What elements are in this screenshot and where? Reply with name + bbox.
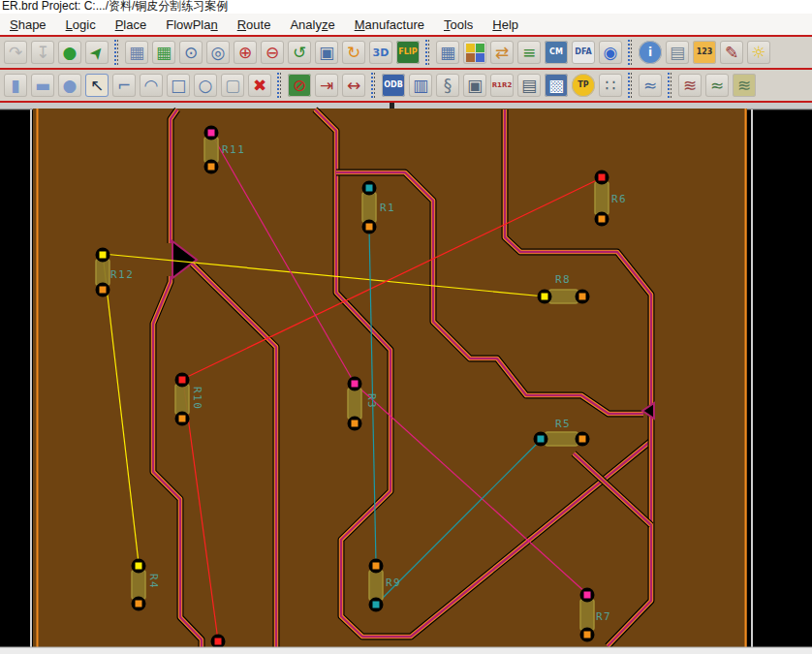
waive-icon[interactable]: ☼: [747, 41, 770, 64]
menu-item-shape[interactable]: Shape: [0, 16, 56, 34]
component-body-R9[interactable]: [369, 571, 383, 600]
pin-icon[interactable]: ➤: [85, 41, 109, 64]
report-icon[interactable]: ▤: [517, 74, 541, 97]
layers-icon[interactable]: ≡: [517, 41, 541, 64]
design-canvas[interactable]: R11R12R1R6R8R10R3R5R9R4R7: [0, 103, 812, 654]
dfa-table-icon[interactable]: DFA: [572, 41, 595, 64]
delete-icon[interactable]: ✖: [248, 74, 271, 97]
pad-center-pink[interactable]: [352, 381, 359, 388]
shape-arc-icon[interactable]: ◠: [140, 74, 163, 97]
pad-center-yellow[interactable]: [136, 563, 142, 570]
zoom-out-icon[interactable]: ⊖: [261, 41, 284, 64]
rename-refdes-icon[interactable]: R1R2: [490, 74, 514, 97]
zoom-in-icon[interactable]: ⊕: [234, 41, 257, 64]
shape-rect-icon[interactable]: □: [167, 74, 190, 97]
pad-center-red[interactable]: [215, 638, 222, 645]
pad-center-red[interactable]: [599, 174, 606, 181]
shape-rect-filled-icon[interactable]: ▬: [31, 74, 54, 97]
component-body-R5[interactable]: [546, 432, 578, 446]
zoom-fit-icon[interactable]: ◎: [206, 41, 230, 64]
measure-to-edge-icon[interactable]: ⇥: [315, 74, 338, 97]
artwork-film-icon[interactable]: ▥: [409, 74, 432, 97]
report-wave-icon[interactable]: ≋: [678, 74, 702, 97]
pad-center-orange[interactable]: [100, 287, 107, 294]
select-pointer-icon[interactable]: ↖: [85, 74, 109, 97]
paint-icon[interactable]: ✎: [720, 41, 743, 64]
measure-icon[interactable]: 123: [693, 41, 716, 64]
menu-item-analyze[interactable]: Analyze: [280, 16, 344, 34]
pad-center-orange[interactable]: [579, 436, 586, 443]
component-body-R6[interactable]: [595, 182, 609, 214]
component-body-R10[interactable]: [175, 385, 189, 414]
zoom-previous-icon[interactable]: ↺: [288, 41, 311, 64]
testpoint-icon[interactable]: TP: [572, 74, 595, 97]
view-3d-icon[interactable]: 3D: [369, 41, 392, 64]
pad-center-orange[interactable]: [599, 216, 606, 223]
pcb-board-view[interactable]: R11R12R1R6R8R10R3R5R9R4R7: [0, 103, 812, 654]
component-body-R1[interactable]: [362, 193, 376, 222]
menu-item-manufacture[interactable]: Manufacture: [345, 16, 434, 34]
component-body-R4[interactable]: [132, 571, 145, 599]
pad-center-yellow[interactable]: [542, 294, 548, 300]
refdes-label-R3: R3: [365, 393, 378, 409]
pad-center-orange[interactable]: [584, 632, 591, 638]
menu-item-tools[interactable]: Tools: [434, 16, 483, 34]
undo-view-icon[interactable]: ↻: [342, 41, 365, 64]
grid-icon[interactable]: ▦: [125, 41, 148, 64]
import-icon[interactable]: ↧: [31, 41, 54, 64]
pad-center-teal[interactable]: [366, 185, 373, 192]
doc-wave-icon[interactable]: ≈: [705, 74, 729, 97]
scroll-thumb[interactable]: [390, 103, 394, 109]
pad-center-orange[interactable]: [579, 294, 586, 300]
component-body-R11[interactable]: [204, 138, 218, 162]
component-body-R7[interactable]: [580, 600, 594, 630]
pad-array-icon[interactable]: ∷: [599, 74, 622, 97]
pad-center-orange[interactable]: [136, 601, 142, 607]
pad-center-pink[interactable]: [584, 592, 591, 599]
component-body-R3[interactable]: [348, 389, 361, 419]
flip-board-icon[interactable]: FLIP: [396, 41, 420, 64]
menu-item-logic[interactable]: Logic: [56, 16, 106, 34]
menu-item-place[interactable]: Place: [106, 16, 157, 34]
menu-item-flowplan[interactable]: FlowPlan: [156, 16, 227, 34]
shape-partial-icon[interactable]: ▮: [4, 74, 27, 97]
odb-export-icon[interactable]: ODB: [382, 74, 405, 97]
grid-snap-icon[interactable]: ▦: [152, 41, 175, 64]
pad-center-teal[interactable]: [538, 436, 545, 443]
highlight-icon[interactable]: ●: [58, 41, 81, 64]
drc-board-icon[interactable]: ⊘: [288, 74, 311, 97]
signal-probe-icon[interactable]: ≈: [639, 74, 662, 97]
matrix-icon[interactable]: ▩: [545, 74, 568, 97]
snapshot-icon[interactable]: ▣: [463, 74, 486, 97]
pad-center-orange[interactable]: [179, 416, 186, 422]
shape-circle-filled-icon[interactable]: ●: [58, 74, 81, 97]
color-grid-icon[interactable]: ▦: [436, 41, 459, 64]
properties-icon[interactable]: ▤: [666, 41, 689, 64]
color-dialog-icon[interactable]: [463, 41, 486, 64]
menu-item-route[interactable]: Route: [228, 16, 281, 34]
zoom-selection-icon[interactable]: ▣: [315, 41, 338, 64]
measure-span-icon[interactable]: ↔: [342, 74, 365, 97]
swap-artwork-icon[interactable]: ⇄: [490, 41, 514, 64]
info-icon[interactable]: i: [639, 41, 662, 64]
zoom-shape-icon[interactable]: ⊙: [179, 41, 203, 64]
pad-center-orange[interactable]: [352, 420, 359, 427]
shape-polygon-icon[interactable]: ⌐: [112, 74, 136, 97]
cm-table-icon[interactable]: CM: [545, 41, 568, 64]
pad-center-orange[interactable]: [366, 224, 373, 231]
redo-icon[interactable]: ↷: [4, 41, 27, 64]
pad-center-orange[interactable]: [208, 164, 215, 171]
pad-center-orange[interactable]: [373, 563, 380, 570]
pad-center-yellow[interactable]: [100, 252, 107, 259]
world-icon[interactable]: ◉: [599, 41, 622, 64]
component-body-R8[interactable]: [549, 290, 578, 303]
pad-center-pink[interactable]: [208, 130, 215, 137]
tools-wrench-icon[interactable]: §: [436, 74, 459, 97]
shape-select-rect-icon[interactable]: ▢: [221, 74, 244, 97]
pad-center-teal[interactable]: [373, 602, 380, 608]
board-wave-icon[interactable]: ≋: [733, 74, 756, 97]
pad-center-red[interactable]: [179, 377, 186, 384]
shape-circle-icon[interactable]: ○: [194, 74, 217, 97]
menu-item-help[interactable]: Help: [483, 16, 528, 34]
component-body-R12[interactable]: [96, 260, 109, 285]
